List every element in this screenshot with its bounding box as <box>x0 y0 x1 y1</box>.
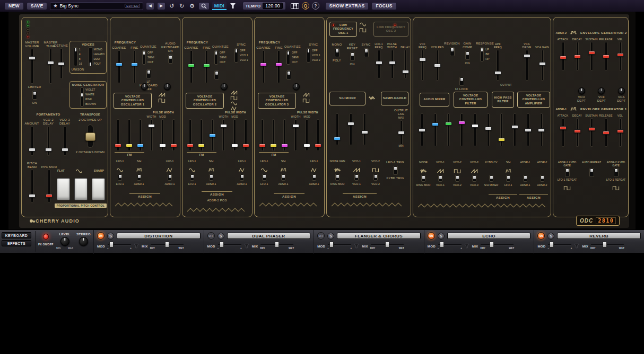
slider-cap[interactable] <box>494 71 501 75</box>
toggle-knob[interactable] <box>615 169 617 172</box>
vco2-quantize-selector[interactable]: QUANTIZEOFFSEMIOCT <box>212 45 229 65</box>
toggle-knob[interactable] <box>439 176 442 179</box>
lever-handle[interactable] <box>85 132 95 141</box>
slider-cap[interactable] <box>539 62 546 66</box>
route-switch[interactable] <box>168 174 172 181</box>
option-knob[interactable] <box>288 51 289 55</box>
slider-track[interactable] <box>560 119 567 146</box>
toggle-switch[interactable] <box>168 55 173 64</box>
slider-track[interactable] <box>62 127 68 155</box>
slider[interactable]: VCA DRIVE <box>519 42 534 80</box>
slider-cap[interactable] <box>511 125 518 129</box>
slider-track[interactable] <box>188 51 195 83</box>
option-switch[interactable] <box>307 48 310 63</box>
gate-switch[interactable] <box>565 168 570 177</box>
option-switch[interactable] <box>89 47 92 66</box>
slider-track[interactable] <box>137 120 144 151</box>
key-reset-switch[interactable]: KEY RESETON <box>345 43 360 66</box>
slider-track[interactable] <box>29 127 36 155</box>
slider-track[interactable] <box>260 51 267 83</box>
slider[interactable]: VEL <box>613 114 627 146</box>
slider-track[interactable] <box>148 120 155 151</box>
slider-cap[interactable] <box>46 194 53 198</box>
slider-cap[interactable] <box>198 144 205 147</box>
slider[interactable]: VCF RES <box>430 42 445 80</box>
slider[interactable]: RELEASE <box>599 114 613 146</box>
toggle-knob[interactable] <box>336 49 338 52</box>
slider-cap[interactable] <box>472 124 478 128</box>
slider[interactable] <box>455 113 468 146</box>
slider-cap[interactable] <box>445 122 452 126</box>
slider-track[interactable] <box>275 51 282 83</box>
vco1-audio-keyboard-switch[interactable]: AUDIO KEYBOARD ON <box>161 42 179 64</box>
option-switch[interactable] <box>480 47 484 61</box>
slider[interactable] <box>268 115 279 151</box>
toggle-knob[interactable] <box>365 49 368 52</box>
slider[interactable]: WIDTH <box>146 115 157 151</box>
slider[interactable] <box>468 113 482 146</box>
slider-cap[interactable] <box>560 126 567 130</box>
slider-track[interactable] <box>603 42 610 70</box>
slider-track[interactable] <box>445 114 452 146</box>
slider-track[interactable] <box>603 119 610 146</box>
option-label[interactable]: VCO 1 <box>312 53 320 58</box>
mix-slider[interactable]: DRYWET <box>260 242 293 250</box>
slider-cap[interactable] <box>292 124 299 128</box>
knob[interactable] <box>293 83 300 90</box>
slider-cap[interactable] <box>361 130 368 134</box>
slider-cap[interactable] <box>574 129 581 133</box>
midi-button[interactable]: MIDI <box>212 2 227 10</box>
option-label[interactable]: OCT <box>292 60 299 65</box>
vco3-quantize-selector[interactable]: QUANTIZEOFFSEMIOCT <box>284 45 301 65</box>
slider-cap[interactable] <box>376 61 382 65</box>
option-knob[interactable] <box>143 51 145 55</box>
knob[interactable]: VCA DEPT <box>615 87 628 103</box>
slider-track[interactable] <box>538 114 545 146</box>
next-preset-button[interactable]: ▶ <box>157 2 166 10</box>
toggle-knob[interactable] <box>394 167 397 170</box>
slider-cap[interactable] <box>29 194 36 198</box>
option-knob[interactable] <box>215 51 217 55</box>
toggle-switch[interactable] <box>32 91 37 100</box>
slider-track[interactable] <box>242 120 249 151</box>
slider[interactable]: VCO-2 DELAY <box>40 118 56 155</box>
adsr2-gate-group[interactable]: ADSR-2 KYBD GATELFO-1 REPEAT <box>604 161 628 190</box>
slider-track[interactable] <box>198 120 205 151</box>
toggle-knob[interactable] <box>507 176 510 179</box>
slider-cap[interactable] <box>220 124 227 128</box>
route-switch[interactable] <box>354 174 359 181</box>
toggle-switch[interactable] <box>465 51 470 60</box>
mod-assign-funnel-icon[interactable] <box>134 243 139 249</box>
knob[interactable] <box>164 83 171 90</box>
limiter-switch[interactable]: LIMITERON <box>28 85 41 105</box>
option-label[interactable]: HP <box>485 57 489 61</box>
slider-cap[interactable] <box>315 144 321 147</box>
tab-keyboard[interactable]: KEYBOARD <box>2 232 31 238</box>
slider[interactable]: VCO-3 DELAY <box>57 118 73 155</box>
knob-dial[interactable] <box>221 83 228 90</box>
option-label[interactable]: VCO 2 <box>312 58 320 63</box>
slider-track[interactable] <box>29 49 36 83</box>
option-label[interactable]: VIOLET <box>85 87 96 92</box>
knob-dial[interactable] <box>618 87 625 94</box>
toggle-knob[interactable] <box>375 175 377 178</box>
slider-cap[interactable] <box>398 131 405 135</box>
slider-track[interactable] <box>588 42 595 70</box>
tempo-control[interactable]: TEMPO 120.00 <box>242 2 286 10</box>
option-label[interactable]: SEMI <box>147 55 154 60</box>
slider[interactable] <box>240 115 251 151</box>
slider-track[interactable] <box>525 114 532 146</box>
slider-cap[interactable] <box>538 128 545 132</box>
option-switch[interactable] <box>142 50 146 65</box>
slider-track[interactable] <box>334 114 341 145</box>
option-label[interactable]: SEMI <box>292 55 299 60</box>
toggle-knob[interactable] <box>460 78 463 81</box>
undo-icon[interactable]: ↺ <box>168 2 176 10</box>
slider-cap[interactable] <box>131 63 138 66</box>
route-switch[interactable] <box>312 174 316 181</box>
slider-track[interactable] <box>159 120 166 151</box>
slider-cap[interactable] <box>259 144 266 147</box>
slider[interactable]: SUSTAIN <box>585 38 598 70</box>
slider[interactable]: FINE <box>200 46 213 83</box>
toggle-knob[interactable] <box>138 175 141 178</box>
